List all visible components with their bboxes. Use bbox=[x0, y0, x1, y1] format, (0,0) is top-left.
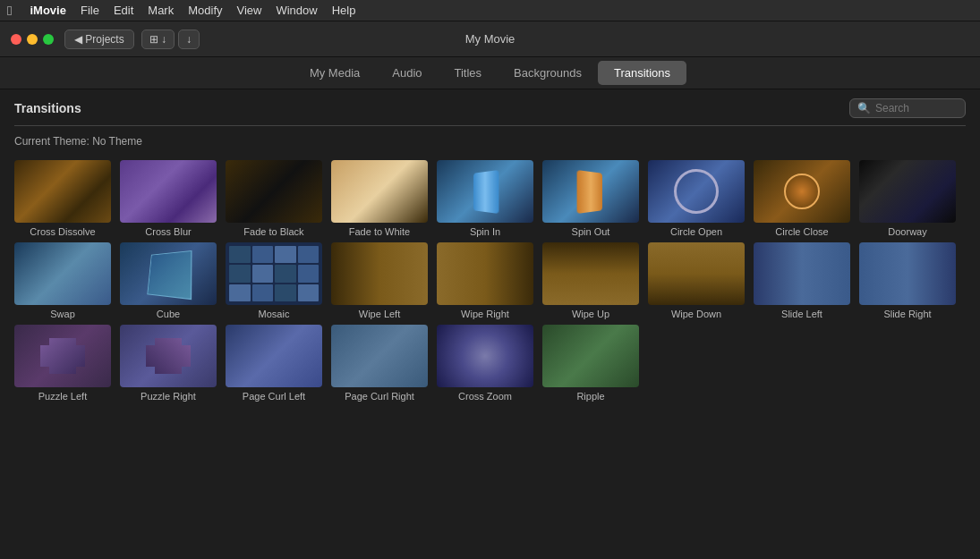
imovie-menu[interactable]: iMovie bbox=[30, 4, 65, 17]
transition-slide-right[interactable]: Slide Right bbox=[859, 242, 956, 319]
thumb-wipe-right bbox=[437, 242, 533, 305]
thumb-fade-to-black bbox=[226, 160, 322, 223]
transition-doorway[interactable]: Doorway bbox=[859, 160, 956, 237]
puzzle-right-icon bbox=[146, 338, 191, 374]
transition-spin-in[interactable]: Spin In bbox=[437, 160, 533, 237]
transition-fade-to-white[interactable]: Fade to White bbox=[331, 160, 428, 237]
thumb-circle-open bbox=[648, 160, 745, 223]
label-slide-right: Slide Right bbox=[883, 309, 931, 319]
thumb-wipe-left bbox=[331, 242, 428, 305]
transition-cross-dissolve[interactable]: Cross Dissolve bbox=[14, 160, 111, 237]
label-slide-left: Slide Left bbox=[781, 309, 822, 319]
file-menu[interactable]: File bbox=[81, 4, 99, 17]
mosaic-cell bbox=[252, 284, 274, 301]
thumb-swap bbox=[14, 242, 111, 305]
mosaic-cell bbox=[298, 246, 320, 263]
nav-tabs: My Media Audio Titles Backgrounds Transi… bbox=[0, 57, 980, 89]
section-title: Transitions bbox=[14, 101, 81, 115]
thumb-cube bbox=[120, 242, 217, 305]
transition-page-curl-left[interactable]: Page Curl Left bbox=[226, 325, 322, 402]
search-box[interactable]: 🔍 bbox=[849, 98, 966, 118]
thumb-circle-close bbox=[754, 160, 850, 223]
transitions-grid: Cross Dissolve Cross Blur Fade to Black … bbox=[14, 160, 966, 402]
label-page-curl-right: Page Curl Right bbox=[345, 391, 414, 402]
projects-button[interactable]: ◀ Projects bbox=[64, 30, 134, 49]
tab-audio[interactable]: Audio bbox=[376, 61, 438, 85]
label-fade-to-white: Fade to White bbox=[349, 226, 410, 237]
search-icon: 🔍 bbox=[857, 102, 871, 114]
label-fade-to-black: Fade to Black bbox=[243, 226, 303, 237]
mosaic-cell bbox=[298, 284, 320, 301]
transition-fade-to-black[interactable]: Fade to Black bbox=[226, 160, 322, 237]
view-menu[interactable]: View bbox=[237, 4, 262, 17]
mosaic-cell bbox=[229, 246, 251, 263]
movie-title: My Movie bbox=[465, 32, 516, 46]
label-cube: Cube bbox=[157, 309, 180, 319]
title-bar: ◀ Projects ⊞ ↓ ↓ My Movie bbox=[0, 21, 980, 57]
current-theme: Current Theme: No Theme bbox=[14, 135, 966, 148]
divider bbox=[14, 125, 966, 126]
thumb-page-curl-left bbox=[226, 325, 322, 387]
thumb-mosaic bbox=[226, 242, 322, 305]
transition-wipe-right[interactable]: Wipe Right bbox=[437, 242, 533, 319]
menu-bar:  iMovie File Edit Mark Modify View Wind… bbox=[0, 0, 980, 21]
search-input[interactable] bbox=[875, 102, 956, 114]
transition-circle-open[interactable]: Circle Open bbox=[648, 160, 745, 237]
thumb-page-curl-right bbox=[331, 325, 428, 387]
label-cross-zoom: Cross Zoom bbox=[458, 391, 512, 402]
tab-transitions[interactable]: Transitions bbox=[598, 61, 686, 85]
transition-circle-close[interactable]: Circle Close bbox=[754, 160, 850, 237]
transition-cross-blur[interactable]: Cross Blur bbox=[120, 160, 217, 237]
label-spin-in: Spin In bbox=[470, 226, 500, 237]
traffic-lights bbox=[11, 34, 54, 45]
transition-slide-left[interactable]: Slide Left bbox=[754, 242, 850, 319]
spin-in-icon bbox=[473, 169, 499, 213]
transition-page-curl-right[interactable]: Page Curl Right bbox=[331, 325, 428, 402]
mosaic-cell bbox=[252, 246, 274, 263]
transition-puzzle-right[interactable]: Puzzle Right bbox=[120, 325, 217, 402]
view-toggle-button[interactable]: ⊞ ↓ bbox=[141, 30, 175, 49]
transition-ripple[interactable]: Ripple bbox=[542, 325, 639, 402]
thumb-spin-out bbox=[542, 160, 639, 223]
cube-icon bbox=[147, 250, 192, 300]
label-cross-blur: Cross Blur bbox=[145, 226, 191, 237]
edit-menu[interactable]: Edit bbox=[114, 4, 133, 17]
transition-wipe-down[interactable]: Wipe Down bbox=[648, 242, 745, 319]
tab-backgrounds[interactable]: Backgrounds bbox=[498, 61, 598, 85]
minimize-button[interactable] bbox=[27, 34, 38, 45]
mosaic-cell bbox=[252, 265, 274, 282]
thumb-doorway bbox=[859, 160, 956, 223]
maximize-button[interactable] bbox=[43, 34, 54, 45]
help-menu[interactable]: Help bbox=[332, 4, 356, 17]
transition-wipe-up[interactable]: Wipe Up bbox=[542, 242, 639, 319]
tab-titles[interactable]: Titles bbox=[439, 61, 499, 85]
modify-menu[interactable]: Modify bbox=[188, 4, 222, 17]
mark-menu[interactable]: Mark bbox=[148, 4, 174, 17]
content-area: Transitions 🔍 Current Theme: No Theme Cr… bbox=[0, 89, 980, 411]
label-spin-out: Spin Out bbox=[572, 226, 610, 237]
transition-cross-zoom[interactable]: Cross Zoom bbox=[437, 325, 533, 402]
transition-puzzle-left[interactable]: Puzzle Left bbox=[14, 325, 111, 402]
thumb-cross-zoom bbox=[437, 325, 533, 387]
transition-mosaic[interactable]: Mosaic bbox=[226, 242, 322, 319]
label-mosaic: Mosaic bbox=[259, 309, 290, 319]
label-circle-close: Circle Close bbox=[775, 226, 828, 237]
thumb-puzzle-left bbox=[14, 325, 111, 387]
transition-wipe-left[interactable]: Wipe Left bbox=[331, 242, 428, 319]
thumb-cross-dissolve bbox=[14, 160, 111, 223]
apple-menu[interactable]:  bbox=[7, 3, 12, 18]
label-doorway: Doorway bbox=[888, 226, 926, 237]
close-button[interactable] bbox=[11, 34, 21, 45]
transition-cube[interactable]: Cube bbox=[120, 242, 217, 319]
window-menu[interactable]: Window bbox=[276, 4, 317, 17]
thumb-slide-right bbox=[859, 242, 956, 305]
tab-my-media[interactable]: My Media bbox=[294, 61, 376, 85]
transition-swap[interactable]: Swap bbox=[14, 242, 111, 319]
circle-close-icon bbox=[784, 174, 820, 209]
thumb-spin-in bbox=[437, 160, 533, 223]
sort-button[interactable]: ↓ bbox=[178, 30, 200, 49]
thumb-fade-to-white bbox=[331, 160, 428, 223]
label-cross-dissolve: Cross Dissolve bbox=[30, 226, 95, 237]
transition-spin-out[interactable]: Spin Out bbox=[542, 160, 639, 237]
mosaic-cell bbox=[298, 265, 320, 282]
